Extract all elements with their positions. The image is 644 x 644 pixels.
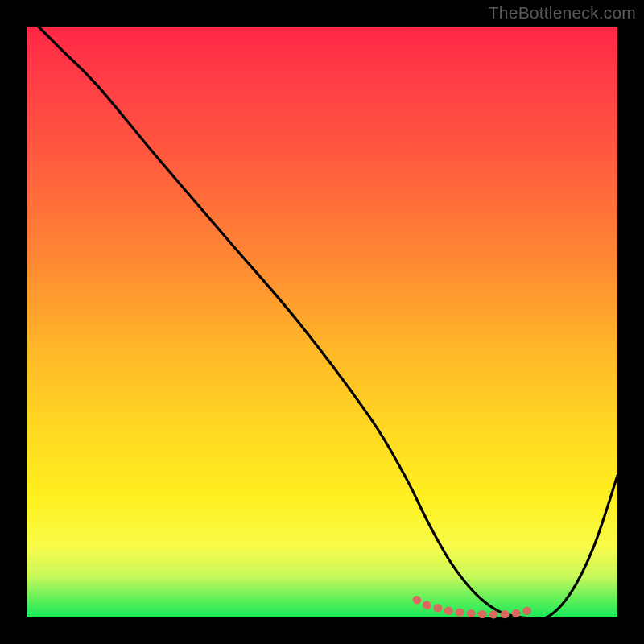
optimal-range-highlight — [416, 600, 535, 614]
plot-area — [27, 27, 617, 617]
bottleneck-curve — [39, 27, 617, 620]
watermark-text: TheBottleneck.com — [489, 3, 636, 23]
chart-frame: TheBottleneck.com — [0, 0, 644, 644]
chart-svg — [27, 27, 617, 617]
